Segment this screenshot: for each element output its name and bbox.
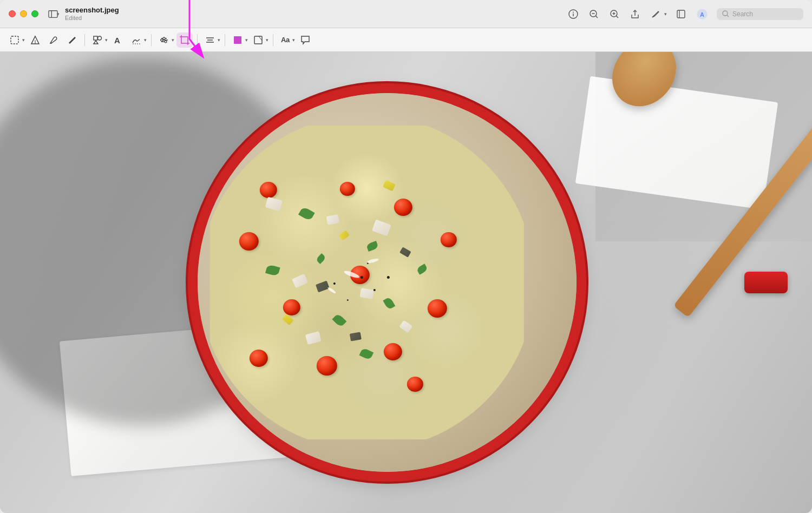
zoom-out-button[interactable] — [587, 8, 600, 21]
title-bar: ▾ screenshot.jpeg Edited — [0, 0, 812, 28]
close-button[interactable] — [9, 10, 16, 17]
tool-group-fill: ▾ — [250, 32, 269, 48]
zoom-in-button[interactable] — [608, 8, 621, 21]
speech-bubble-tool[interactable] — [297, 32, 313, 48]
draw-tool[interactable] — [64, 32, 80, 48]
food-contents — [199, 115, 535, 450]
markup-chevron: ▾ — [664, 11, 667, 17]
tool-group-border-color: ▾ — [230, 32, 248, 48]
instant-alpha-tool[interactable] — [27, 32, 43, 48]
tool-group-shapes: ▾ — [89, 32, 108, 48]
svg-point-22 — [98, 36, 102, 40]
signature-tool[interactable] — [128, 32, 145, 48]
separator-1 — [84, 34, 85, 46]
svg-text:A: A — [700, 11, 704, 17]
svg-line-7 — [596, 16, 598, 18]
separator-5 — [273, 34, 273, 46]
svg-line-17 — [727, 15, 729, 17]
svg-point-31 — [165, 41, 167, 43]
tool-group-signature: ▾ — [128, 32, 147, 48]
window-title: screenshot.jpeg — [65, 6, 119, 15]
border-color-tool[interactable] — [230, 32, 246, 48]
sketch-tool[interactable] — [45, 32, 62, 48]
pan-handle-right — [744, 272, 788, 293]
svg-rect-13 — [677, 10, 685, 18]
main-content — [0, 52, 812, 513]
search-bar[interactable] — [717, 8, 803, 20]
title-bar-right: ▾ A — [567, 7, 803, 21]
cooking-pan — [198, 93, 577, 472]
crop-tool[interactable] — [176, 32, 193, 48]
sidebar-toggle-button[interactable]: ▾ — [45, 6, 63, 22]
title-section: screenshot.jpeg Edited — [65, 6, 119, 22]
expand-button[interactable] — [675, 8, 687, 21]
window-subtitle: Edited — [65, 15, 119, 22]
separator-2 — [151, 34, 152, 46]
tool-group-marquee: ▾ — [6, 32, 25, 48]
svg-rect-32 — [181, 37, 188, 43]
vegetable-base — [210, 126, 524, 439]
maximize-button[interactable] — [31, 10, 38, 17]
svg-point-30 — [161, 39, 163, 41]
svg-rect-41 — [254, 36, 262, 44]
svg-text:A: A — [114, 36, 120, 45]
tool-group-align: ▾ — [202, 32, 220, 48]
svg-rect-0 — [49, 10, 57, 17]
svg-rect-18 — [11, 36, 18, 44]
toolbar: ▾ — [0, 28, 812, 52]
align-tool[interactable] — [202, 32, 218, 48]
sidebar-toggle-chevron: ▾ — [57, 11, 60, 17]
svg-rect-21 — [94, 36, 97, 40]
minimize-button[interactable] — [20, 10, 27, 17]
svg-line-42 — [259, 36, 262, 41]
svg-rect-40 — [234, 36, 241, 44]
marquee-tool[interactable] — [6, 32, 23, 48]
traffic-lights — [9, 10, 38, 17]
search-icon — [722, 10, 729, 17]
svg-marker-23 — [94, 41, 98, 44]
svg-point-16 — [723, 11, 728, 16]
separator-3 — [197, 34, 198, 46]
search-input[interactable] — [732, 10, 797, 18]
fill-tool[interactable] — [250, 32, 266, 48]
share-button[interactable] — [628, 8, 641, 21]
adjust-color-tool[interactable] — [156, 32, 172, 48]
tool-group-adjust: ▾ — [156, 32, 174, 48]
info-button[interactable] — [567, 8, 580, 21]
separator-4 — [225, 34, 225, 46]
food-image — [0, 52, 812, 513]
tool-group-font: Aa ▾ — [278, 33, 295, 47]
shapes-tool[interactable] — [89, 32, 106, 48]
markup-pen-button[interactable] — [649, 8, 662, 21]
app-window: ▾ screenshot.jpeg Edited — [0, 0, 812, 513]
svg-line-11 — [617, 16, 619, 18]
accessibility-button[interactable]: A — [695, 7, 709, 21]
font-tool[interactable]: Aa — [278, 33, 293, 47]
svg-point-29 — [163, 37, 165, 40]
text-tool[interactable]: A — [110, 32, 126, 48]
svg-point-4 — [573, 11, 574, 12]
